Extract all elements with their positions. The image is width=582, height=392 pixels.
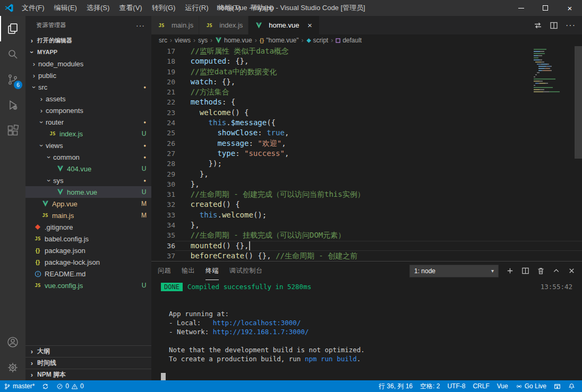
code-line-36[interactable]: 36 mounted() {},: [151, 241, 582, 251]
menu-运行(R)[interactable]: 运行(R): [180, 0, 213, 16]
kill-terminal-icon[interactable]: [537, 267, 545, 275]
split-terminal-icon[interactable]: [521, 267, 529, 275]
git-branch-item[interactable]: master*: [0, 380, 38, 392]
panel-tab-问题[interactable]: 问题: [158, 262, 171, 280]
code-line-35[interactable]: 35 //生命周期 - 挂载完成（可以访问DOM元素）: [151, 230, 582, 240]
tree-item-src[interactable]: ›src●: [25, 81, 151, 93]
tree-item-node_modules[interactable]: ›node_modules: [25, 58, 151, 69]
open-editors-section[interactable]: › 打开的编辑器: [25, 34, 151, 46]
indentation-item[interactable]: 空格: 2: [416, 380, 443, 392]
minimap[interactable]: [529, 46, 575, 93]
breadcrumb-home.vue[interactable]: {}"home.vue": [260, 37, 299, 44]
tab-home.vue[interactable]: home.vue×: [249, 16, 320, 34]
code-line-23[interactable]: 23 welcome() {: [151, 108, 582, 118]
menu-编辑(E)[interactable]: 编辑(E): [49, 0, 82, 16]
tree-item-babel.config.js[interactable]: JSbabel.config.js: [25, 233, 151, 245]
menu-选择(S)[interactable]: 选择(S): [82, 0, 114, 16]
outline-section[interactable]: › 大纲: [25, 345, 151, 357]
chevron-down-icon[interactable]: ›: [38, 118, 46, 126]
menu-帮助(H)[interactable]: 帮助(H): [245, 0, 278, 16]
split-editor-icon[interactable]: [550, 21, 558, 30]
breadcrumb-default[interactable]: default: [336, 37, 362, 44]
code-line-20[interactable]: 20 watch: {},: [151, 77, 582, 87]
editor-scrollbar[interactable]: [575, 46, 582, 159]
tree-item-vue.config.js[interactable]: JSvue.config.jsU: [25, 280, 151, 291]
breadcrumb-src[interactable]: src: [159, 37, 167, 44]
code-line-30[interactable]: 30 },: [151, 179, 582, 189]
tab-main.js[interactable]: JSmain.js: [151, 16, 199, 34]
maximize-button[interactable]: [533, 0, 558, 16]
tree-item-main.js[interactable]: JSmain.jsM: [25, 210, 151, 221]
go-live-item[interactable]: Go Live: [512, 380, 550, 392]
panel-tab-终端[interactable]: 终端: [206, 262, 219, 280]
chevron-down-icon[interactable]: ›: [38, 141, 46, 150]
code-line-22[interactable]: 22 methods: {: [151, 97, 582, 107]
problems-item[interactable]: 0 0: [53, 380, 87, 392]
code-line-27[interactable]: 27 type: "success",: [151, 149, 582, 159]
tree-item-sys[interactable]: ›sys●: [25, 175, 151, 186]
breadcrumb-home.vue[interactable]: home.vue: [215, 37, 252, 44]
menu-转到(G)[interactable]: 转到(G): [147, 0, 181, 16]
explorer-icon[interactable]: [0, 16, 25, 41]
notifications-item[interactable]: [564, 380, 579, 392]
code-line-26[interactable]: 26 message: "欢迎",: [151, 138, 582, 149]
tree-item-index.js[interactable]: JSindex.jsU: [25, 128, 151, 140]
breadcrumb-sys[interactable]: sys: [198, 37, 208, 44]
tree-item-common[interactable]: ›common●: [25, 151, 151, 163]
project-root-section[interactable]: › MYAPP: [25, 46, 151, 58]
npm-scripts-section[interactable]: › NPM 脚本: [25, 369, 151, 380]
terminal-link[interactable]: npm run build: [305, 354, 357, 363]
tree-item-router[interactable]: ›router●: [25, 116, 151, 128]
account-icon[interactable]: [0, 329, 25, 355]
close-panel-icon[interactable]: [568, 267, 576, 275]
settings-gear-icon[interactable]: [0, 355, 25, 380]
chevron-right-icon[interactable]: ›: [37, 95, 46, 103]
code-line-31[interactable]: 31 //生命周期 - 创建完成（可以访问当前this实例）: [151, 189, 582, 199]
run-debug-icon[interactable]: [0, 92, 25, 118]
chevron-right-icon[interactable]: ›: [30, 60, 38, 68]
terminal-select[interactable]: 1: node ▾: [409, 265, 499, 277]
close-window-button[interactable]: ×: [558, 0, 582, 16]
tree-item-home.vue[interactable]: home.vueU: [25, 186, 151, 198]
close-tab-icon[interactable]: ×: [305, 21, 314, 30]
code-line-32[interactable]: 32 created() {: [151, 199, 582, 210]
code-line-29[interactable]: 29 },: [151, 169, 582, 179]
tree-item-README.md[interactable]: README.md: [25, 268, 151, 280]
search-icon[interactable]: [0, 41, 25, 67]
new-terminal-icon[interactable]: [506, 267, 514, 275]
minimize-button[interactable]: [509, 0, 533, 16]
chevron-right-icon[interactable]: ›: [30, 72, 38, 80]
terminal-link[interactable]: http://localhost:3000/: [213, 318, 301, 327]
more-actions-icon[interactable]: ···: [136, 21, 145, 30]
tab-index.js[interactable]: JSindex.js: [199, 16, 249, 34]
tree-item-assets[interactable]: ›assets: [25, 93, 151, 104]
panel-tab-输出[interactable]: 输出: [182, 262, 195, 280]
code-line-25[interactable]: 25 showClose: true,: [151, 128, 582, 138]
chevron-down-icon[interactable]: ›: [45, 153, 53, 161]
tree-item-public[interactable]: ›public: [25, 69, 151, 81]
chevron-right-icon[interactable]: ›: [37, 107, 46, 115]
cursor-position-item[interactable]: 行 36, 列 16: [375, 380, 416, 392]
code-line-33[interactable]: 33 this.welcome();: [151, 210, 582, 220]
maximize-panel-icon[interactable]: [552, 267, 560, 275]
encoding-item[interactable]: UTF-8: [443, 380, 469, 392]
chevron-down-icon[interactable]: ›: [30, 83, 38, 91]
code-line-24[interactable]: 24 this.$message({: [151, 118, 582, 128]
terminal-link[interactable]: http://192.168.1.7:3000/: [213, 327, 309, 336]
menu-查看(V)[interactable]: 查看(V): [114, 0, 147, 16]
breadcrumb-script[interactable]: script: [306, 37, 329, 44]
tree-item-package.json[interactable]: {}package.json: [25, 245, 151, 256]
code-line-28[interactable]: 28 });: [151, 159, 582, 169]
code-line-34[interactable]: 34 },: [151, 220, 582, 230]
code-line-19[interactable]: 19 //监控data中的数据变化: [151, 67, 582, 77]
menu-终端(T)[interactable]: 终端(T): [213, 0, 245, 16]
tree-item-package-lock.json[interactable]: {}package-lock.json: [25, 256, 151, 268]
panel-tab-调试控制台[interactable]: 调试控制台: [229, 262, 263, 280]
code-line-37[interactable]: 37 beforeCreate() {}, //生命周期 - 创建之前: [151, 251, 582, 261]
tree-item-404.vue[interactable]: 404.vueU: [25, 163, 151, 175]
code-line-17[interactable]: 17 //监听属性 类似于data概念: [151, 46, 582, 56]
code-line-21[interactable]: 21 //方法集合: [151, 87, 582, 97]
tree-item-views[interactable]: ›views●: [25, 140, 151, 151]
timeline-section[interactable]: › 时间线: [25, 357, 151, 369]
extensions-icon[interactable]: [0, 118, 25, 143]
